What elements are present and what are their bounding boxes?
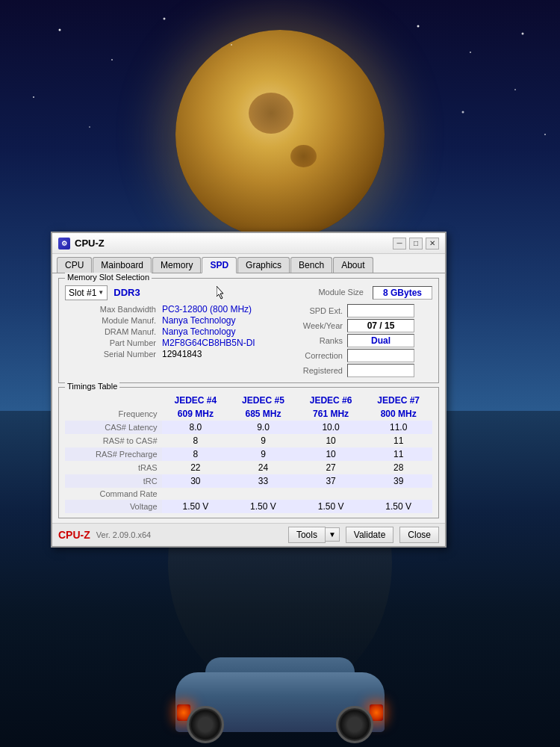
table-row: Command Rate — [65, 488, 432, 500]
dram-manuf-row: DRAM Manuf. Nanya Technology — [65, 326, 283, 337]
module-manuf-row: Module Manuf. Nanya Technology — [65, 315, 283, 326]
table-row: CAS# Latency 8.0 9.0 10.0 11.0 — [65, 421, 432, 434]
correction-label: Correction — [287, 351, 347, 360]
week-year-row: Week/Year 07 / 15 — [287, 319, 432, 332]
trc-j7: 39 — [364, 474, 432, 488]
trc-label: tRC — [65, 474, 162, 488]
module-manuf-label: Module Manuf. — [65, 316, 162, 325]
table-row: tRAS 22 24 27 28 — [65, 461, 432, 474]
part-number-label: Part Number — [65, 338, 162, 347]
ranks-label: Ranks — [287, 336, 347, 345]
ranks-row: Ranks Dual — [287, 334, 432, 347]
registered-row: Registered — [287, 364, 432, 377]
svg-point-3 — [231, 44, 232, 46]
tools-dropdown-arrow[interactable]: ▼ — [326, 527, 340, 542]
svg-point-5 — [470, 52, 471, 53]
tab-mainboard[interactable]: Mainboard — [93, 257, 152, 273]
memory-slot-group-label: Memory Slot Selection — [65, 273, 152, 282]
spd-ext-row: SPD Ext. — [287, 304, 432, 317]
table-row: RAS# to CAS# 8 9 10 11 — [65, 434, 432, 447]
svg-point-7 — [514, 89, 516, 90]
title-bar-left: ⚙ CPU-Z — [58, 238, 105, 249]
memory-slot-group: Memory Slot Selection Slot #1 ▼ DDR3 Mod… — [58, 278, 439, 383]
voltage-j4: 1.50 V — [162, 500, 230, 513]
serial-number-value: 12941843 — [162, 349, 283, 359]
slot-select[interactable]: Slot #1 ▼ — [65, 285, 108, 300]
svg-point-2 — [164, 18, 166, 20]
freq-j6: 761 MHz — [297, 407, 365, 421]
table-row: Frequency 609 MHz 685 MHz 761 MHz 800 MH… — [65, 407, 432, 421]
content-area: Memory Slot Selection Slot #1 ▼ DDR3 Mod… — [52, 273, 445, 523]
part-number-row: Part Number M2F8G64CB8HB5N-DI — [65, 338, 283, 348]
module-size-label: Module Size — [318, 285, 368, 301]
freq-j4: 609 MHz — [162, 407, 230, 421]
correction-value — [347, 349, 414, 362]
dram-manuf-label: DRAM Manuf. — [65, 327, 162, 336]
voltage-j6: 1.50 V — [297, 500, 365, 513]
cas-j6: 10.0 — [297, 421, 365, 434]
trc-j4: 30 — [162, 474, 230, 488]
max-bandwidth-value: PC3-12800 (800 MHz) — [162, 304, 283, 314]
ras-cas-j7: 11 — [364, 434, 432, 447]
slot-value: Slot #1 — [69, 288, 96, 298]
cmd-j4 — [162, 488, 230, 500]
maximize-button[interactable]: □ — [409, 238, 423, 249]
voltage-j7: 1.50 V — [364, 500, 432, 513]
svg-point-6 — [522, 33, 524, 35]
svg-point-11 — [544, 134, 546, 135]
minimize-button[interactable]: ─ — [393, 238, 406, 249]
tab-bench[interactable]: Bench — [290, 257, 332, 273]
timings-header-jedec7: JEDEC #7 — [364, 394, 432, 407]
freq-label: Frequency — [65, 407, 162, 421]
tab-spd[interactable]: SPD — [202, 257, 237, 273]
cpuz-window: ⚙ CPU-Z ─ □ ✕ CPU Mainboard Memory SPD G… — [51, 232, 447, 548]
tab-about[interactable]: About — [333, 257, 373, 273]
timings-header-jedec6: JEDEC #6 — [297, 394, 365, 407]
ras-cas-j6: 10 — [297, 434, 365, 447]
tab-graphics[interactable]: Graphics — [237, 257, 290, 273]
spd-ext-value — [347, 304, 414, 317]
svg-point-1 — [111, 59, 113, 61]
dropdown-arrow-icon: ▼ — [98, 289, 104, 296]
tab-cpu[interactable]: CPU — [57, 257, 92, 273]
title-bar: ⚙ CPU-Z ─ □ ✕ — [52, 233, 445, 254]
validate-button[interactable]: Validate — [346, 527, 393, 543]
timings-header-jedec4: JEDEC #4 — [162, 394, 230, 407]
timings-group: Timings Table JEDEC #4 JEDEC #5 JEDEC #6… — [58, 387, 439, 518]
close-button[interactable]: ✕ — [426, 238, 439, 249]
week-year-value: 07 / 15 — [347, 319, 414, 332]
tools-btn-group: Tools ▼ — [288, 527, 340, 543]
tabs-row: CPU Mainboard Memory SPD Graphics Bench … — [52, 254, 445, 273]
trc-j5: 33 — [229, 474, 297, 488]
part-number-value: M2F8G64CB8HB5N-DI — [162, 338, 283, 348]
svg-point-10 — [89, 126, 90, 128]
module-size-value: 8 GBytes — [373, 286, 432, 300]
freq-j7: 800 MHz — [364, 407, 432, 421]
cas-j7: 11.0 — [364, 421, 432, 434]
tools-button[interactable]: Tools — [288, 527, 326, 543]
left-info-col: Max Bandwidth PC3-12800 (800 MHz) Module… — [65, 304, 283, 378]
ras-pre-label: RAS# Precharge — [65, 447, 162, 461]
cas-label: CAS# Latency — [65, 421, 162, 434]
serial-number-label: Serial Number — [65, 350, 162, 359]
tras-j6: 27 — [297, 461, 365, 474]
svg-point-8 — [462, 111, 464, 114]
ddr-label: DDR3 — [113, 287, 140, 298]
tras-j7: 28 — [364, 461, 432, 474]
close-window-button[interactable]: Close — [399, 527, 439, 543]
app-icon: ⚙ — [58, 238, 70, 249]
module-manuf-value: Nanya Technology — [162, 315, 283, 326]
spd-ext-label: SPD Ext. — [287, 306, 347, 315]
cmd-j7 — [364, 488, 432, 500]
cmd-rate-label: Command Rate — [65, 488, 162, 500]
tab-memory[interactable]: Memory — [152, 257, 201, 273]
cmd-j6 — [297, 488, 365, 500]
cmd-j5 — [229, 488, 297, 500]
svg-point-9 — [33, 96, 34, 98]
footer-version: Ver. 2.09.0.x64 — [96, 530, 282, 539]
ras-pre-j6: 10 — [297, 447, 365, 461]
ras-cas-j4: 8 — [162, 434, 230, 447]
ras-cas-label: RAS# to CAS# — [65, 434, 162, 447]
footer: CPU-Z Ver. 2.09.0.x64 Tools ▼ Validate C… — [52, 523, 445, 546]
right-info-col: SPD Ext. Week/Year 07 / 15 Ranks Dual — [283, 304, 432, 378]
